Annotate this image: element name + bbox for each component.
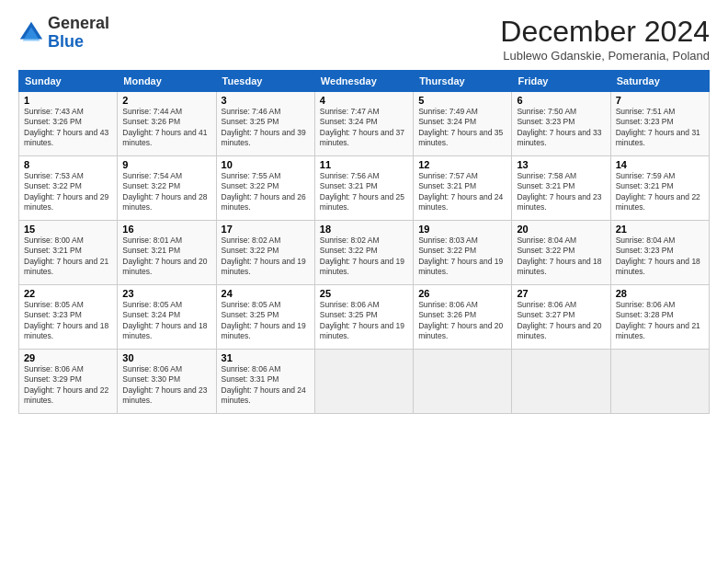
cell-w3-d6: 28Sunrise: 8:06 AM Sunset: 3:28 PM Dayli…	[610, 285, 709, 350]
day-info: Sunrise: 7:57 AM Sunset: 3:21 PM Dayligh…	[418, 171, 506, 213]
logo: General Blue	[18, 15, 109, 52]
cell-w2-d0: 15Sunrise: 8:00 AM Sunset: 3:21 PM Dayli…	[19, 221, 118, 285]
cell-w1-d2: 10Sunrise: 7:55 AM Sunset: 3:22 PM Dayli…	[216, 156, 314, 221]
day-number: 4	[320, 95, 408, 106]
day-number: 30	[122, 352, 210, 363]
cell-w4-d6	[610, 350, 709, 414]
day-info: Sunrise: 7:53 AM Sunset: 3:22 PM Dayligh…	[24, 171, 112, 213]
day-number: 22	[24, 288, 112, 299]
page: General Blue December 2024 Lublewo Gdans…	[0, 0, 728, 563]
day-number: 26	[418, 288, 506, 299]
calendar-table: Sunday Monday Tuesday Wednesday Thursday…	[18, 70, 710, 414]
title-block: December 2024 Lublewo Gdanskie, Pomerani…	[500, 15, 710, 63]
cell-w1-d4: 12Sunrise: 7:57 AM Sunset: 3:21 PM Dayli…	[414, 156, 512, 221]
col-tuesday: Tuesday	[216, 71, 314, 92]
column-headers: Sunday Monday Tuesday Wednesday Thursday…	[19, 71, 710, 92]
month-title: December 2024	[500, 15, 710, 49]
day-info: Sunrise: 8:05 AM Sunset: 3:24 PM Dayligh…	[122, 300, 210, 342]
cell-w4-d0: 29Sunrise: 8:06 AM Sunset: 3:29 PM Dayli…	[19, 350, 118, 414]
day-number: 11	[320, 159, 408, 170]
cell-w3-d2: 24Sunrise: 8:05 AM Sunset: 3:25 PM Dayli…	[216, 285, 314, 350]
day-info: Sunrise: 8:01 AM Sunset: 3:21 PM Dayligh…	[122, 236, 210, 278]
cell-w3-d5: 27Sunrise: 8:06 AM Sunset: 3:27 PM Dayli…	[512, 285, 610, 350]
day-number: 12	[418, 159, 506, 170]
week-row-0: 1Sunrise: 7:43 AM Sunset: 3:26 PM Daylig…	[19, 92, 710, 156]
cell-w3-d4: 26Sunrise: 8:06 AM Sunset: 3:26 PM Dayli…	[414, 285, 512, 350]
col-monday: Monday	[118, 71, 216, 92]
day-number: 23	[122, 288, 210, 299]
day-number: 29	[24, 352, 112, 363]
logo-icon	[18, 20, 44, 46]
cell-w0-d5: 6Sunrise: 7:50 AM Sunset: 3:23 PM Daylig…	[512, 92, 610, 156]
day-number: 2	[122, 95, 210, 106]
day-number: 18	[320, 224, 408, 235]
cell-w3-d3: 25Sunrise: 8:06 AM Sunset: 3:25 PM Dayli…	[314, 285, 413, 350]
week-row-2: 15Sunrise: 8:00 AM Sunset: 3:21 PM Dayli…	[19, 221, 710, 285]
day-info: Sunrise: 8:06 AM Sunset: 3:29 PM Dayligh…	[24, 364, 112, 407]
day-number: 28	[616, 288, 704, 299]
day-number: 6	[517, 95, 605, 106]
day-info: Sunrise: 8:03 AM Sunset: 3:22 PM Dayligh…	[418, 236, 506, 278]
day-number: 21	[616, 224, 704, 235]
day-info: Sunrise: 8:06 AM Sunset: 3:28 PM Dayligh…	[616, 300, 704, 342]
cell-w4-d4	[414, 350, 512, 414]
day-info: Sunrise: 8:04 AM Sunset: 3:22 PM Dayligh…	[517, 236, 605, 278]
cell-w4-d5	[512, 350, 610, 414]
cell-w1-d1: 9Sunrise: 7:54 AM Sunset: 3:22 PM Daylig…	[118, 156, 216, 221]
cell-w0-d2: 3Sunrise: 7:46 AM Sunset: 3:25 PM Daylig…	[216, 92, 314, 156]
day-info: Sunrise: 8:06 AM Sunset: 3:30 PM Dayligh…	[122, 364, 210, 407]
day-number: 5	[418, 95, 506, 106]
cell-w2-d2: 17Sunrise: 8:02 AM Sunset: 3:22 PM Dayli…	[216, 221, 314, 285]
day-info: Sunrise: 8:06 AM Sunset: 3:27 PM Dayligh…	[517, 300, 605, 342]
cell-w2-d3: 18Sunrise: 8:02 AM Sunset: 3:22 PM Dayli…	[314, 221, 413, 285]
day-number: 20	[517, 224, 605, 235]
cell-w0-d3: 4Sunrise: 7:47 AM Sunset: 3:24 PM Daylig…	[314, 92, 413, 156]
col-friday: Friday	[512, 71, 610, 92]
col-thursday: Thursday	[414, 71, 512, 92]
day-info: Sunrise: 7:50 AM Sunset: 3:23 PM Dayligh…	[517, 107, 605, 149]
day-info: Sunrise: 7:47 AM Sunset: 3:24 PM Dayligh…	[320, 107, 408, 149]
cell-w2-d4: 19Sunrise: 8:03 AM Sunset: 3:22 PM Dayli…	[414, 221, 512, 285]
header: General Blue December 2024 Lublewo Gdans…	[18, 15, 710, 63]
day-info: Sunrise: 7:49 AM Sunset: 3:24 PM Dayligh…	[418, 107, 506, 149]
day-number: 9	[122, 159, 210, 170]
cell-w1-d5: 13Sunrise: 7:58 AM Sunset: 3:21 PM Dayli…	[512, 156, 610, 221]
cell-w4-d1: 30Sunrise: 8:06 AM Sunset: 3:30 PM Dayli…	[118, 350, 216, 414]
cell-w1-d3: 11Sunrise: 7:56 AM Sunset: 3:21 PM Dayli…	[314, 156, 413, 221]
logo-blue-text: Blue	[48, 32, 84, 51]
day-info: Sunrise: 7:55 AM Sunset: 3:22 PM Dayligh…	[222, 171, 310, 213]
day-number: 16	[122, 224, 210, 235]
day-info: Sunrise: 7:43 AM Sunset: 3:26 PM Dayligh…	[24, 107, 112, 149]
day-info: Sunrise: 7:44 AM Sunset: 3:26 PM Dayligh…	[122, 107, 210, 149]
cell-w2-d6: 21Sunrise: 8:04 AM Sunset: 3:23 PM Dayli…	[610, 221, 709, 285]
day-info: Sunrise: 7:59 AM Sunset: 3:21 PM Dayligh…	[616, 171, 704, 213]
cell-w0-d1: 2Sunrise: 7:44 AM Sunset: 3:26 PM Daylig…	[118, 92, 216, 156]
day-number: 15	[24, 224, 112, 235]
day-number: 17	[222, 224, 310, 235]
day-info: Sunrise: 8:06 AM Sunset: 3:31 PM Dayligh…	[222, 364, 310, 407]
col-sunday: Sunday	[19, 71, 118, 92]
day-number: 24	[222, 288, 310, 299]
cell-w1-d0: 8Sunrise: 7:53 AM Sunset: 3:22 PM Daylig…	[19, 156, 118, 221]
week-row-1: 8Sunrise: 7:53 AM Sunset: 3:22 PM Daylig…	[19, 156, 710, 221]
day-number: 27	[517, 288, 605, 299]
day-info: Sunrise: 7:51 AM Sunset: 3:23 PM Dayligh…	[616, 107, 704, 149]
day-info: Sunrise: 7:56 AM Sunset: 3:21 PM Dayligh…	[320, 171, 408, 213]
day-info: Sunrise: 8:06 AM Sunset: 3:26 PM Dayligh…	[418, 300, 506, 342]
day-number: 19	[418, 224, 506, 235]
day-number: 3	[222, 95, 310, 106]
week-row-4: 29Sunrise: 8:06 AM Sunset: 3:29 PM Dayli…	[19, 350, 710, 414]
week-row-3: 22Sunrise: 8:05 AM Sunset: 3:23 PM Dayli…	[19, 285, 710, 350]
day-info: Sunrise: 8:02 AM Sunset: 3:22 PM Dayligh…	[320, 236, 408, 278]
cell-w4-d2: 31Sunrise: 8:06 AM Sunset: 3:31 PM Dayli…	[216, 350, 314, 414]
cell-w1-d6: 14Sunrise: 7:59 AM Sunset: 3:21 PM Dayli…	[610, 156, 709, 221]
day-info: Sunrise: 7:46 AM Sunset: 3:25 PM Dayligh…	[222, 107, 310, 149]
cell-w3-d1: 23Sunrise: 8:05 AM Sunset: 3:24 PM Dayli…	[118, 285, 216, 350]
day-number: 7	[616, 95, 704, 106]
cell-w0-d4: 5Sunrise: 7:49 AM Sunset: 3:24 PM Daylig…	[414, 92, 512, 156]
cell-w0-d0: 1Sunrise: 7:43 AM Sunset: 3:26 PM Daylig…	[19, 92, 118, 156]
logo-general-text: General	[48, 14, 109, 32]
day-info: Sunrise: 7:58 AM Sunset: 3:21 PM Dayligh…	[517, 171, 605, 213]
day-info: Sunrise: 8:00 AM Sunset: 3:21 PM Dayligh…	[24, 236, 112, 278]
day-info: Sunrise: 8:05 AM Sunset: 3:25 PM Dayligh…	[222, 300, 310, 342]
